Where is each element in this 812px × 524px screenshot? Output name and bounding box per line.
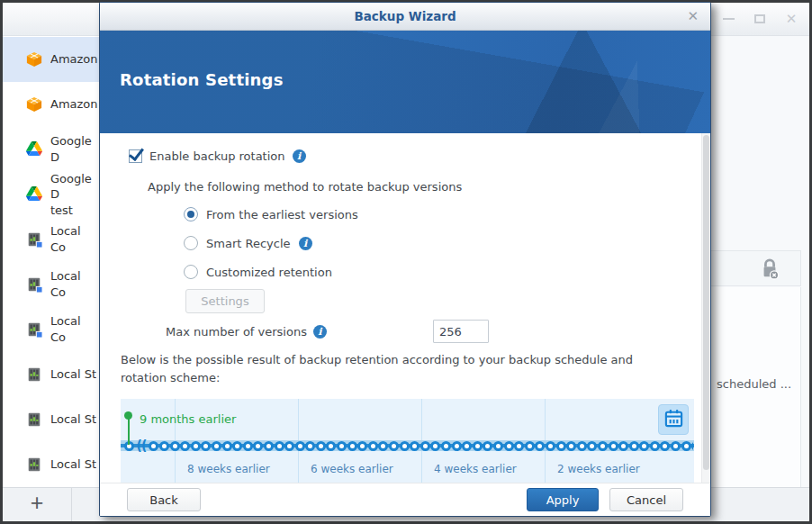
version-marker <box>691 441 693 451</box>
sidebar-item[interactable]: Local Co <box>3 217 99 262</box>
version-marker <box>556 441 566 451</box>
max-versions-input[interactable] <box>433 320 489 343</box>
background-panel-toolbar <box>711 250 801 286</box>
sidebar-item[interactable]: Google D test <box>3 172 99 217</box>
local-server-linked-icon <box>26 276 42 293</box>
sidebar-item[interactable]: Amazon <box>3 37 99 82</box>
version-marker <box>389 441 399 451</box>
scrollbar-thumb[interactable] <box>703 135 709 470</box>
version-marker <box>598 441 608 451</box>
version-marker <box>295 441 305 451</box>
version-marker <box>410 441 420 451</box>
calendar-icon <box>663 408 684 431</box>
sidebar-item[interactable]: Local Co <box>3 262 99 307</box>
start-marker-dot <box>124 411 132 420</box>
radio-from-earliest[interactable]: From the earliest versions <box>184 206 692 222</box>
version-marker <box>660 441 670 451</box>
start-marker-stem <box>128 415 130 445</box>
dialog-close-icon[interactable]: ✕ <box>687 8 699 24</box>
version-marker <box>514 441 524 451</box>
sidebar-item-label: Local St <box>50 456 96 473</box>
sidebar: AmazonAmazonGoogle DGoogle D testLocal C… <box>3 36 99 487</box>
method-intro-text: Apply the following method to rotate bac… <box>148 180 692 194</box>
version-marker <box>400 441 410 451</box>
version-marker <box>566 441 576 451</box>
maximize-icon[interactable] <box>753 12 767 26</box>
sidebar-item-label: Local Co <box>50 223 99 255</box>
info-icon[interactable] <box>299 237 312 250</box>
version-marker <box>368 441 378 451</box>
enable-rotation-checkbox[interactable] <box>129 149 142 163</box>
start-marker-label: 9 months earlier <box>140 412 236 426</box>
version-marker <box>546 441 555 451</box>
version-marker <box>264 441 274 451</box>
local-server-icon <box>26 411 42 428</box>
dialog-titlebar: Backup Wizard ✕ <box>100 3 710 31</box>
sidebar-item[interactable]: Local St <box>3 397 99 442</box>
calendar-view-button[interactable] <box>658 404 689 435</box>
sidebar-item[interactable]: Local Co <box>3 307 99 352</box>
max-versions-row: Max number of versions <box>166 320 692 343</box>
amazon-cloud-icon <box>26 51 42 68</box>
sidebar-item-label: Local St <box>50 366 96 383</box>
enable-rotation-label: Enable backup rotation <box>149 149 285 163</box>
version-marker <box>180 441 190 451</box>
local-server-linked-icon <box>26 231 42 248</box>
version-marker <box>305 441 315 451</box>
local-server-icon <box>26 456 42 473</box>
google-drive-icon <box>26 141 42 158</box>
local-server-icon <box>26 366 42 383</box>
version-marker <box>243 441 253 451</box>
sidebar-item-label: Amazon <box>50 51 98 68</box>
back-button[interactable]: Back <box>127 488 201 511</box>
unlink-lock-icon[interactable] <box>760 258 780 280</box>
apply-button[interactable]: Apply <box>527 488 599 511</box>
sidebar-item[interactable]: Google D <box>3 127 99 172</box>
backup-wizard-dialog: Backup Wizard ✕ Rotation Settings Enable… <box>99 2 711 517</box>
version-marker <box>284 441 294 451</box>
version-marker <box>493 441 503 451</box>
sidebar-item-label: Local Co <box>50 313 99 345</box>
minimize-icon[interactable] <box>721 12 735 26</box>
version-marker <box>212 441 221 451</box>
sidebar-item[interactable]: Local St <box>3 352 99 397</box>
version-marker <box>232 441 242 451</box>
cancel-button[interactable]: Cancel <box>609 488 683 511</box>
radio-label: Customized retention <box>206 266 332 279</box>
version-marker <box>222 441 232 451</box>
version-marker <box>420 441 430 451</box>
radio-customized-retention[interactable]: Customized retention <box>184 264 692 280</box>
radio-button[interactable] <box>184 207 198 221</box>
sidebar-item[interactable]: Amazon <box>3 82 99 127</box>
settings-button[interactable]: Settings <box>185 289 265 313</box>
radio-button[interactable] <box>184 265 198 279</box>
info-icon[interactable] <box>313 325 327 339</box>
timeline-break-icon: (( <box>137 439 147 452</box>
sidebar-item[interactable]: Local St <box>3 442 99 487</box>
radio-smart-recycle[interactable]: Smart Recycle <box>184 235 692 251</box>
version-marker <box>441 441 451 451</box>
version-marker <box>452 441 462 451</box>
rotation-method-group: From the earliest versions Smart Recycle… <box>184 206 692 280</box>
retention-timeline: 8 weeks earlier6 weeks earlier4 weeks ea… <box>121 399 694 483</box>
window-close-icon[interactable]: ✕ <box>784 12 798 26</box>
add-backup-task-button[interactable]: + <box>3 488 72 521</box>
version-marker <box>525 441 535 451</box>
version-marker <box>462 441 472 451</box>
background-panel: scheduled ... <box>711 36 809 487</box>
info-icon[interactable] <box>293 149 306 163</box>
enable-rotation-row: Enable backup rotation <box>129 149 692 163</box>
dialog-scrollbar[interactable] <box>701 133 710 483</box>
local-server-linked-icon <box>26 321 42 338</box>
timeline-column-label: 8 weeks earlier <box>187 463 270 475</box>
background-panel-card: scheduled ... <box>711 287 801 487</box>
timeline-column-label: 2 weeks earlier <box>557 463 640 475</box>
version-marker <box>577 441 587 451</box>
background-clipped-text: scheduled ... <box>717 377 791 391</box>
version-marker <box>191 441 201 451</box>
version-marker <box>316 441 326 451</box>
timeline-column-label: 4 weeks earlier <box>434 463 517 475</box>
version-marker <box>639 441 649 451</box>
radio-button[interactable] <box>184 236 198 250</box>
version-marker <box>535 441 545 451</box>
